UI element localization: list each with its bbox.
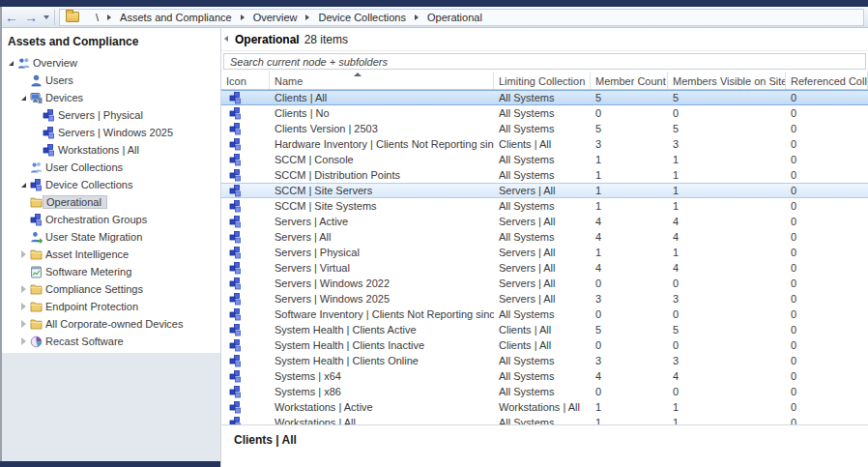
collection-icon — [229, 154, 242, 166]
search-input[interactable] — [223, 53, 866, 70]
sidebar-item-software-metering[interactable]: Software Metering — [2, 263, 220, 280]
row-icon-cell — [221, 401, 270, 414]
tree-collapsed-icon[interactable] — [21, 285, 26, 293]
cell-name: Servers | Virtual — [270, 262, 494, 274]
collection-icon — [229, 138, 242, 151]
breadcrumb-item[interactable]: Assets and Compliance — [111, 12, 241, 23]
table-row[interactable]: Servers | Windows 2025Servers | All330 — [221, 291, 868, 306]
collection-icon — [229, 386, 242, 398]
sidebar-item-orchestration-groups[interactable]: Orchestration Groups — [2, 211, 220, 228]
table-row[interactable]: SCCM | Distribution PointsAll Systems110 — [221, 167, 868, 183]
cell-members-visible: 5 — [668, 324, 786, 336]
sidebar-item-label: Users — [43, 73, 78, 87]
breadcrumb-item[interactable]: \ — [87, 12, 107, 23]
collection-icon — [229, 107, 242, 120]
table-row[interactable]: Hardware Inventory | Clients Not Reporti… — [221, 136, 868, 152]
cell-member-count: 5 — [591, 123, 668, 134]
folder-icon — [66, 12, 79, 22]
table-row[interactable]: Servers | AllAll Systems440 — [221, 229, 868, 245]
cell-name: SCCM | Site Systems — [270, 200, 494, 212]
collection-icon — [229, 262, 242, 275]
table-row[interactable]: Clients | NoAll Systems000 — [221, 105, 868, 121]
column-header-icon[interactable]: Icon — [221, 72, 270, 89]
table-row[interactable]: Software Inventory | Clients Not Reporti… — [221, 306, 868, 322]
table-row[interactable]: Clients Version | 2503All Systems550 — [221, 121, 868, 136]
table-row[interactable]: Servers | VirtualServers | All440 — [221, 260, 868, 276]
breadcrumb-item[interactable]: Operational — [419, 12, 491, 23]
table-row[interactable]: Clients | AllAll Systems550 — [221, 90, 868, 105]
cell-limiting-collection: Servers | All — [494, 216, 591, 227]
sidebar-item-operational[interactable]: Operational — [2, 193, 220, 211]
row-icon-cell — [221, 107, 270, 120]
sidebar-item-overview[interactable]: Overview — [2, 54, 220, 72]
cell-referenced-collections: 0 — [786, 123, 868, 134]
tree-collapsed-icon[interactable] — [21, 320, 26, 328]
column-header-referenced-collections[interactable]: Referenced Collections — [786, 72, 868, 89]
tree-collapsed-icon[interactable] — [21, 250, 26, 258]
tree-collapsed-icon[interactable] — [21, 337, 26, 345]
collection-icon — [229, 339, 242, 352]
cell-members-visible: 0 — [668, 308, 786, 320]
table-row[interactable]: System Health | Clients ActiveClients | … — [221, 322, 868, 337]
column-header-member-count[interactable]: Member Count — [591, 72, 668, 89]
table-row[interactable]: Systems | x86All Systems000 — [221, 384, 868, 399]
table-row[interactable]: Servers | PhysicalServers | All110 — [221, 245, 868, 260]
cell-limiting-collection: Servers | All — [494, 185, 591, 196]
sidebar-item-user-state-migration[interactable]: User State Migration — [2, 228, 220, 246]
cell-member-count: 1 — [591, 200, 668, 212]
table-row[interactable]: SCCM | Site SystemsAll Systems110 — [221, 198, 868, 214]
table-row[interactable]: Servers | ActiveServers | All440 — [221, 214, 868, 229]
sidebar-item-device-collections[interactable]: Device Collections — [2, 176, 220, 193]
sidebar-item-label: Orchestration Groups — [43, 213, 152, 226]
tree-collapsed-icon[interactable] — [21, 303, 26, 310]
sidebar-item-compliance-settings[interactable]: Compliance Settings — [2, 280, 220, 298]
sidebar-item-label: Overview — [30, 56, 82, 70]
cell-member-count: 1 — [591, 154, 668, 165]
tree-expanded-icon[interactable] — [21, 183, 26, 188]
sidebar-item-devices[interactable]: Devices — [2, 89, 220, 106]
cell-limiting-collection: All Systems — [494, 123, 591, 134]
sidebar-item-user-collections[interactable]: User Collections — [2, 159, 220, 176]
table-row[interactable]: Servers | Windows 2022Servers | All000 — [221, 276, 868, 291]
sidebar-item-recast-software[interactable]: Recast Software — [2, 333, 220, 350]
cell-limiting-collection: Clients | All — [494, 138, 591, 150]
cell-members-visible: 4 — [668, 370, 786, 382]
cell-members-visible: 1 — [668, 401, 786, 413]
sidebar-item-asset-intelligence[interactable]: Asset Intelligence — [2, 246, 220, 263]
table-row[interactable]: Workstations | ActiveWorkstations | All1… — [221, 399, 868, 415]
sidebar-item-servers-physical[interactable]: Servers | Physical — [2, 106, 220, 124]
cell-members-visible: 0 — [668, 107, 786, 119]
cell-member-count: 0 — [591, 308, 668, 320]
forward-button[interactable]: → — [21, 9, 41, 26]
tree-expanded-icon[interactable] — [21, 96, 26, 101]
collection-list: Clients | AllAll Systems550Clients | NoA… — [221, 90, 868, 442]
sidebar-item-label: User Collections — [43, 161, 128, 174]
column-header-name[interactable]: Name — [270, 72, 494, 89]
tree-expanded-icon[interactable] — [9, 61, 14, 66]
history-dropdown-button[interactable] — [41, 9, 52, 26]
cell-name: Systems | x86 — [270, 386, 494, 397]
cell-members-visible: 0 — [668, 339, 786, 351]
navigation-pane-footer — [2, 353, 220, 467]
cell-referenced-collections: 0 — [786, 92, 868, 103]
table-row[interactable]: System Health | Clients OnlineAll System… — [221, 353, 868, 368]
sidebar-item-workstations-all[interactable]: Workstations | All — [2, 141, 220, 159]
table-row[interactable]: System Health | Clients InactiveClients … — [221, 337, 868, 353]
back-button[interactable]: ← — [2, 9, 21, 26]
column-header-members-visible-on-site[interactable]: Members Visible on Site — [668, 72, 786, 89]
table-row[interactable]: Systems | x64All Systems440 — [221, 368, 868, 384]
cell-member-count: 0 — [591, 277, 668, 289]
sidebar-item-users[interactable]: Users — [2, 72, 220, 89]
breadcrumb-item[interactable]: Overview — [245, 12, 306, 23]
collapse-pane-icon[interactable] — [224, 36, 228, 42]
column-header-limiting-collection[interactable]: Limiting Collection — [494, 72, 591, 89]
table-row[interactable]: SCCM | ConsoleAll Systems110 — [221, 152, 868, 167]
sidebar-item-all-corporate-owned-devices[interactable]: All Corporate-owned Devices — [2, 315, 220, 333]
cell-referenced-collections: 0 — [786, 247, 868, 258]
collection-icon — [229, 277, 242, 290]
sidebar-item-endpoint-protection[interactable]: Endpoint Protection — [2, 298, 220, 315]
sidebar-item-servers-windows-2025[interactable]: Servers | Windows 2025 — [2, 124, 220, 141]
workspace-title: Assets and Compliance — [2, 28, 220, 54]
breadcrumb-item[interactable]: Device Collections — [309, 12, 414, 23]
table-row[interactable]: SCCM | Site ServersServers | All110 — [221, 183, 868, 198]
